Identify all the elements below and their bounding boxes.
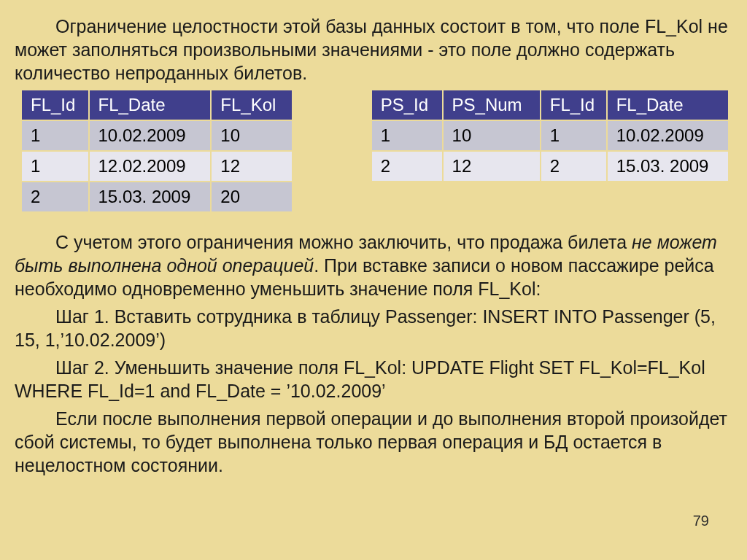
- table-header-row: FL_Id FL_Date FL_Kol: [22, 90, 292, 120]
- cell: 2: [541, 152, 606, 181]
- conclusion-paragraph: Если после выполнения первой операции и …: [15, 407, 729, 477]
- col-header: FL_Id: [541, 90, 606, 120]
- table-row: 1 12.02.2009 12: [22, 152, 292, 181]
- col-header: PS_Id: [372, 90, 442, 120]
- cell: 12: [444, 152, 540, 181]
- col-header: FL_Date: [90, 90, 211, 120]
- table-header-row: PS_Id PS_Num FL_Id FL_Date: [372, 90, 728, 120]
- cell: 1: [22, 121, 88, 150]
- cell: 1: [22, 152, 88, 181]
- cell: 15.03. 2009: [608, 152, 728, 181]
- body-paragraph: С учетом этого ограничения можно заключи…: [15, 230, 729, 300]
- col-header: FL_Kol: [212, 90, 291, 120]
- col-header: FL_Date: [608, 90, 728, 120]
- cell: 1: [541, 121, 606, 150]
- table-row: 2 12 2 15.03. 2009: [372, 152, 728, 181]
- passenger-table: PS_Id PS_Num FL_Id FL_Date 1 10 1 10.02.…: [371, 89, 729, 182]
- tables-row: FL_Id FL_Date FL_Kol 1 10.02.2009 10 1 1…: [20, 89, 729, 213]
- page-number: 79: [693, 513, 709, 529]
- cell: 10: [444, 121, 540, 150]
- intro-paragraph: Ограничение целостности этой базы данных…: [15, 15, 729, 85]
- cell: 2: [22, 182, 88, 211]
- cell: 10.02.2009: [608, 121, 728, 150]
- text-a: С учетом этого ограничения можно заключи…: [55, 232, 632, 252]
- step-paragraph: Шаг 2. Уменьшить значение поля FL_Kol: U…: [15, 356, 729, 402]
- cell: 12: [212, 152, 291, 181]
- cell: 20: [212, 182, 291, 211]
- step2-text: Шаг 2. Уменьшить значение поля FL_Kol: U…: [15, 357, 705, 401]
- conclusion-text: Если после выполнения первой операции и …: [15, 408, 727, 475]
- cell: 12.02.2009: [90, 152, 211, 181]
- cell: 15.03. 2009: [90, 182, 211, 211]
- cell: 10: [212, 121, 291, 150]
- cell: 2: [372, 152, 442, 181]
- cell: 10.02.2009: [90, 121, 211, 150]
- step1-text: Шаг 1. Вставить сотрудника в таблицу Pas…: [15, 306, 716, 350]
- table-row: 1 10.02.2009 10: [22, 121, 292, 150]
- step-paragraph: Шаг 1. Вставить сотрудника в таблицу Pas…: [15, 305, 729, 351]
- table-row: 1 10 1 10.02.2009: [372, 121, 728, 150]
- intro-text-a: Ограничение целостности этой базы данных…: [55, 16, 600, 36]
- col-header: PS_Num: [444, 90, 540, 120]
- cell: 1: [372, 121, 442, 150]
- col-header: FL_Id: [22, 90, 88, 120]
- flight-table: FL_Id FL_Date FL_Kol 1 10.02.2009 10 1 1…: [20, 89, 293, 213]
- table-row: 2 15.03. 2009 20: [22, 182, 292, 211]
